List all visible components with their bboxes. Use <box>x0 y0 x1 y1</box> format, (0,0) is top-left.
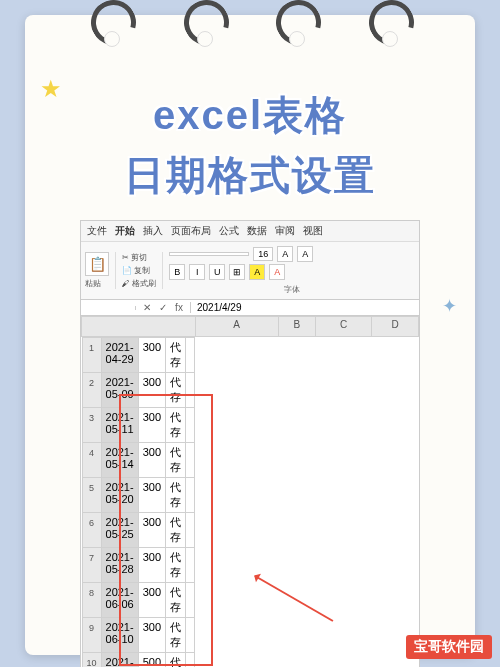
underline-button[interactable]: U <box>209 264 225 280</box>
formula-buttons: ✕ ✓ fx <box>136 302 191 313</box>
font-size-select[interactable]: 16 <box>253 247 273 261</box>
bold-button[interactable]: B <box>169 264 185 280</box>
cell-empty[interactable] <box>186 443 195 478</box>
menu-formula[interactable]: 公式 <box>219 224 239 238</box>
table-row: 10 2021-06-13 500 代存 <box>82 653 195 668</box>
cell-amount[interactable]: 300 <box>138 338 165 373</box>
cell-date[interactable]: 2021-05-11 <box>101 408 138 443</box>
cell-empty[interactable] <box>186 338 195 373</box>
cell-amount[interactable]: 300 <box>138 618 165 653</box>
col-header-d[interactable]: D <box>372 317 419 337</box>
font-color-button[interactable]: A <box>269 264 285 280</box>
notebook-page: ★ ✦ excel表格 日期格式设置 文件 开始 插入 页面布局 公式 数据 审… <box>25 15 475 655</box>
formula-bar: ✕ ✓ fx 2021/4/29 <box>81 300 419 316</box>
excel-screenshot: 文件 开始 插入 页面布局 公式 数据 审阅 视图 📋 粘贴 ✂ 剪切 📄 复制… <box>80 220 420 667</box>
font-group-label: 字体 <box>169 282 415 295</box>
menu-layout[interactable]: 页面布局 <box>171 224 211 238</box>
watermark-logo: 宝哥软件园 <box>406 635 492 659</box>
cell-empty[interactable] <box>186 478 195 513</box>
font-group: 16 A A B I U ⊞ A A 字体 <box>169 246 415 295</box>
cell-reference[interactable] <box>81 306 136 310</box>
cell-amount[interactable]: 300 <box>138 408 165 443</box>
font-family-select[interactable] <box>169 252 249 256</box>
row-header[interactable]: 7 <box>82 548 101 583</box>
paste-label: 粘贴 <box>85 278 109 289</box>
cell-empty[interactable] <box>186 653 195 668</box>
cell-amount[interactable]: 300 <box>138 513 165 548</box>
cut-label[interactable]: ✂ 剪切 <box>122 252 156 263</box>
paste-icon[interactable]: 📋 <box>85 252 109 276</box>
cell-date[interactable]: 2021-06-13 <box>101 653 138 668</box>
row-header[interactable]: 2 <box>82 373 101 408</box>
cell-type[interactable]: 代存 <box>166 513 186 548</box>
cell-amount[interactable]: 300 <box>138 478 165 513</box>
row-header[interactable]: 1 <box>82 338 101 373</box>
cell-empty[interactable] <box>186 373 195 408</box>
cell-amount[interactable]: 300 <box>138 548 165 583</box>
formula-value[interactable]: 2021/4/29 <box>191 300 419 315</box>
cell-amount[interactable]: 300 <box>138 443 165 478</box>
clipboard-group: 📋 粘贴 <box>85 252 116 289</box>
cell-type[interactable]: 代存 <box>166 653 186 668</box>
cell-date[interactable]: 2021-05-20 <box>101 478 138 513</box>
menu-view[interactable]: 视图 <box>303 224 323 238</box>
row-header[interactable]: 9 <box>82 618 101 653</box>
confirm-icon[interactable]: ✓ <box>156 302 170 313</box>
cell-empty[interactable] <box>186 548 195 583</box>
title-line-2: 日期格式设置 <box>55 145 445 205</box>
cell-type[interactable]: 代存 <box>166 583 186 618</box>
copy-label[interactable]: 📄 复制 <box>122 265 156 276</box>
font-decrease[interactable]: A <box>297 246 313 262</box>
menu-file[interactable]: 文件 <box>87 224 107 238</box>
italic-button[interactable]: I <box>189 264 205 280</box>
fx-icon[interactable]: fx <box>172 302 186 313</box>
cell-empty[interactable] <box>186 513 195 548</box>
cell-date[interactable]: 2021-05-14 <box>101 443 138 478</box>
cell-type[interactable]: 代存 <box>166 338 186 373</box>
font-increase[interactable]: A <box>277 246 293 262</box>
clipboard-options: ✂ 剪切 📄 复制 🖌 格式刷 <box>122 252 163 289</box>
row-header[interactable]: 8 <box>82 583 101 618</box>
row-header[interactable]: 3 <box>82 408 101 443</box>
menu-bar: 文件 开始 插入 页面布局 公式 数据 审阅 视图 <box>81 221 419 242</box>
fill-color-button[interactable]: A <box>249 264 265 280</box>
col-header-c[interactable]: C <box>316 317 372 337</box>
cell-type[interactable]: 代存 <box>166 443 186 478</box>
cell-type[interactable]: 代存 <box>166 408 186 443</box>
select-all-corner[interactable] <box>82 317 196 337</box>
menu-data[interactable]: 数据 <box>247 224 267 238</box>
cell-date[interactable]: 2021-05-25 <box>101 513 138 548</box>
cell-date[interactable]: 2021-05-28 <box>101 548 138 583</box>
cell-amount[interactable]: 300 <box>138 583 165 618</box>
col-header-b[interactable]: B <box>278 317 316 337</box>
cell-amount[interactable]: 300 <box>138 373 165 408</box>
border-button[interactable]: ⊞ <box>229 264 245 280</box>
cell-amount[interactable]: 500 <box>138 653 165 668</box>
cell-empty[interactable] <box>186 618 195 653</box>
menu-review[interactable]: 审阅 <box>275 224 295 238</box>
row-header[interactable]: 4 <box>82 443 101 478</box>
cell-date[interactable]: 2021-06-06 <box>101 583 138 618</box>
cancel-icon[interactable]: ✕ <box>140 302 154 313</box>
cell-date[interactable]: 2021-05-09 <box>101 373 138 408</box>
menu-insert[interactable]: 插入 <box>143 224 163 238</box>
cell-empty[interactable] <box>186 408 195 443</box>
cell-type[interactable]: 代存 <box>166 373 186 408</box>
cell-type[interactable]: 代存 <box>166 478 186 513</box>
row-header[interactable]: 6 <box>82 513 101 548</box>
menu-home[interactable]: 开始 <box>115 224 135 238</box>
brush-label[interactable]: 🖌 格式刷 <box>122 278 156 289</box>
row-header[interactable]: 10 <box>82 653 101 668</box>
table-row: 6 2021-05-25 300 代存 <box>82 513 195 548</box>
spreadsheet: A B C D 1 2021-04-29 300 代存 2 2021-05-09… <box>81 316 419 667</box>
cell-date[interactable]: 2021-06-10 <box>101 618 138 653</box>
row-header[interactable]: 5 <box>82 478 101 513</box>
cell-type[interactable]: 代存 <box>166 548 186 583</box>
cell-date[interactable]: 2021-04-29 <box>101 338 138 373</box>
cell-empty[interactable] <box>186 583 195 618</box>
table-row: 1 2021-04-29 300 代存 <box>82 338 195 373</box>
cell-type[interactable]: 代存 <box>166 618 186 653</box>
table-row: 9 2021-06-10 300 代存 <box>82 618 195 653</box>
col-header-a[interactable]: A <box>195 317 278 337</box>
table-row: 3 2021-05-11 300 代存 <box>82 408 195 443</box>
